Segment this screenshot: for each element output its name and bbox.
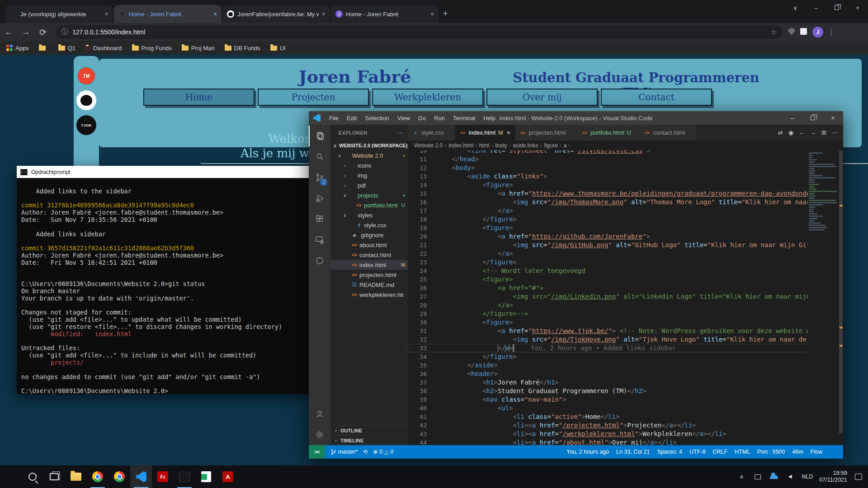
site-nav-button[interactable]: Projecten bbox=[258, 89, 369, 106]
tab-close-icon[interactable]: × bbox=[430, 10, 434, 18]
status-item[interactable]: Ln 33, Col 21 bbox=[616, 449, 650, 455]
address-bar[interactable]: ⓘ 127.0.0.1:5500/index.html ☆ bbox=[55, 25, 783, 39]
site-nav-button[interactable]: Werkplekleren bbox=[372, 89, 483, 106]
status-item[interactable]: HTML bbox=[735, 449, 750, 455]
editor-tab[interactable]: # style.css bbox=[408, 125, 455, 141]
scrollbar[interactable] bbox=[839, 150, 843, 445]
site-nav-button[interactable]: Contact bbox=[601, 89, 712, 106]
bookmark-item[interactable]: DB Funds bbox=[225, 45, 260, 52]
action-center-icon[interactable] bbox=[854, 474, 863, 480]
site-nav-button[interactable]: Over mij bbox=[486, 89, 598, 106]
menu-item[interactable]: Edit bbox=[343, 115, 361, 122]
file-row[interactable]: ∨ Website 2.0 ● bbox=[330, 150, 408, 160]
sidebar-panel-header[interactable]: › OUTLINE bbox=[330, 425, 408, 435]
accounts-icon[interactable] bbox=[309, 404, 330, 424]
file-row[interactable]: # style.css bbox=[330, 220, 408, 230]
new-tab-button[interactable]: + bbox=[443, 9, 448, 19]
breadcrumb-item[interactable]: index.html › bbox=[448, 142, 477, 149]
menu-item[interactable]: View bbox=[393, 115, 414, 122]
tab-search-icon[interactable]: ∨ bbox=[785, 0, 806, 15]
status-item[interactable]: UTF-8 bbox=[689, 449, 705, 455]
office-app[interactable] bbox=[195, 465, 217, 488]
breadcrumb-item[interactable]: aside.links › bbox=[513, 142, 542, 149]
menu-item[interactable]: Terminal bbox=[449, 115, 479, 122]
editor-action-icon[interactable]: ← bbox=[799, 129, 805, 136]
language-indicator[interactable]: NLD bbox=[802, 474, 813, 480]
editor-tab[interactable]: <> contact.html bbox=[640, 125, 696, 141]
tjok-logo[interactable]: TJOK bbox=[76, 115, 96, 135]
run-debug-icon[interactable] bbox=[309, 188, 330, 209]
file-row[interactable]: ∨ projects ● bbox=[330, 190, 408, 200]
command-prompt-window[interactable]: C:\ Opdrachtprompt Added links to the si… bbox=[17, 166, 310, 394]
cmd-title-bar[interactable]: C:\ Opdrachtprompt bbox=[17, 166, 310, 178]
chrome-app-2[interactable] bbox=[108, 465, 130, 488]
bookmark-item[interactable]: Q1 bbox=[58, 45, 75, 52]
github-logo[interactable] bbox=[76, 90, 96, 110]
task-view-button[interactable] bbox=[43, 465, 65, 488]
acrobat-app[interactable]: A bbox=[217, 465, 239, 488]
browser-tab[interactable]: J Home - Joren Fabré × bbox=[331, 5, 439, 23]
status-item[interactable]: CRLF bbox=[712, 449, 727, 455]
file-row[interactable]: <> projecten.html bbox=[330, 270, 408, 280]
file-row[interactable]: ◆ .gitignore bbox=[330, 230, 408, 240]
editor-tab[interactable]: <> index.html M × bbox=[455, 125, 515, 141]
file-row[interactable]: › pdf bbox=[330, 180, 408, 190]
network-icon[interactable] bbox=[753, 474, 763, 479]
settings-gear-icon[interactable] bbox=[309, 424, 330, 445]
extensions-icon[interactable] bbox=[309, 209, 330, 230]
file-row[interactable]: › img bbox=[330, 170, 408, 180]
code-editor[interactable]: 10 <link rel="stylesheet" href="/styles/… bbox=[408, 150, 843, 445]
profile-avatar[interactable]: J bbox=[812, 27, 823, 38]
editor-action-icon[interactable]: ⇄ bbox=[778, 129, 783, 136]
tab-close-icon[interactable]: × bbox=[105, 10, 108, 18]
sync-icon[interactable]: ⟲ bbox=[363, 449, 368, 455]
bookmark-star-icon[interactable]: ☆ bbox=[771, 28, 777, 36]
browser-menu-icon[interactable]: ⋮ bbox=[828, 28, 835, 36]
close-button[interactable]: × bbox=[823, 111, 843, 125]
clock[interactable]: 18:59 07/11/2021 bbox=[819, 470, 847, 483]
breadcrumb-item[interactable]: figure › bbox=[544, 142, 561, 149]
file-row[interactable]: <> contact.html bbox=[330, 250, 408, 260]
source-control-icon[interactable]: 2 bbox=[309, 167, 330, 188]
file-row[interactable]: › icons bbox=[330, 160, 408, 170]
vscode-app[interactable] bbox=[130, 465, 152, 488]
sidebar-panel-header[interactable]: › TIMELINE bbox=[330, 435, 408, 445]
file-row[interactable]: <> portfolio.html U bbox=[330, 200, 408, 210]
reload-icon[interactable]: ⟳ bbox=[34, 27, 52, 38]
apps-shortcut[interactable]: Apps bbox=[6, 45, 29, 52]
taskbar-search[interactable] bbox=[22, 465, 43, 488]
site-nav-button[interactable]: Home bbox=[143, 89, 255, 106]
file-row[interactable]: ⓘ README.md bbox=[330, 280, 408, 290]
remote-indicator[interactable]: >< bbox=[309, 445, 325, 459]
explorer-icon[interactable] bbox=[309, 126, 330, 146]
file-explorer-app[interactable] bbox=[65, 465, 87, 488]
extensions-puzzle-icon[interactable] bbox=[800, 28, 807, 36]
adblock-shield-icon[interactable] bbox=[788, 28, 795, 37]
vscode-title-bar[interactable]: FileEditSelectionViewGoRunTerminalHelp i… bbox=[309, 111, 843, 125]
thomas-more-logo[interactable]: TM bbox=[76, 66, 96, 86]
vscode-window[interactable]: FileEditSelectionViewGoRunTerminalHelp i… bbox=[309, 111, 843, 459]
status-item[interactable]: Port : 5500 bbox=[757, 449, 785, 455]
menu-item[interactable]: Go bbox=[414, 115, 430, 122]
file-row[interactable]: ∨ styles bbox=[330, 210, 408, 220]
hidden-icons-chevron[interactable]: ∧ bbox=[736, 474, 746, 480]
tab-close-icon[interactable]: × bbox=[322, 10, 326, 18]
browser-tab[interactable]: JorenFabre/jorenfabre.be: My we × bbox=[222, 5, 330, 23]
cmd-app[interactable] bbox=[174, 465, 195, 488]
explorer-more-icon[interactable]: ⋯ bbox=[397, 129, 404, 136]
browser-tab[interactable]: Je (voorlopig) afgewerkte × bbox=[5, 5, 113, 23]
editor-action-icon[interactable]: → bbox=[810, 129, 816, 136]
close-button[interactable]: × bbox=[847, 0, 868, 15]
menu-item[interactable]: File bbox=[325, 115, 343, 122]
tab-close-icon[interactable]: × bbox=[213, 10, 217, 18]
problems-indicator[interactable]: ⊗0 △0 bbox=[373, 449, 393, 455]
menu-item[interactable]: Selection bbox=[361, 115, 393, 122]
workspace-header[interactable]: ∨ WEBSITE-2.0 (WORKSPACE) bbox=[330, 141, 408, 150]
git-branch-indicator[interactable]: master* bbox=[330, 449, 358, 455]
file-row[interactable]: <> about.html bbox=[330, 240, 408, 250]
breadcrumb-item[interactable]: Website 2.0 › bbox=[414, 142, 446, 149]
restore-button[interactable] bbox=[802, 111, 823, 125]
site-info-icon[interactable]: ⓘ bbox=[61, 28, 68, 36]
volume-icon[interactable] bbox=[785, 475, 795, 479]
file-row[interactable]: <> werkplekleren.html bbox=[330, 290, 408, 300]
